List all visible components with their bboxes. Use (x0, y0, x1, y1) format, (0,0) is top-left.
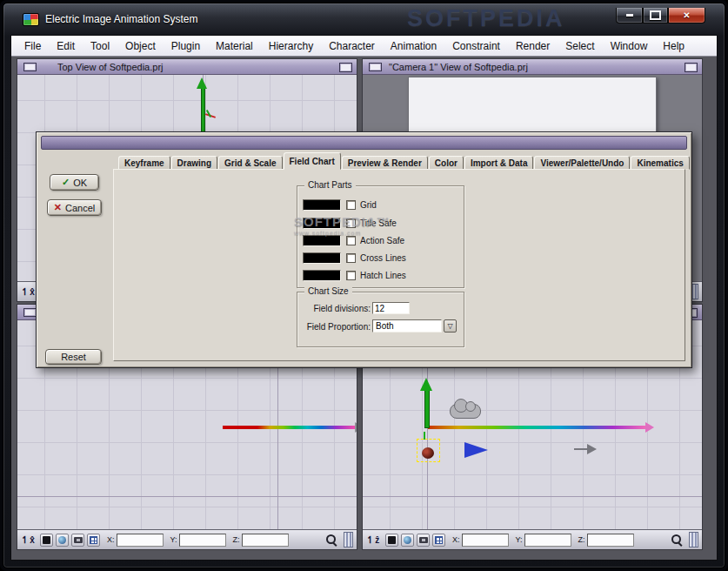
coord-z: Z: (233, 534, 289, 547)
magnifier-icon[interactable] (671, 534, 683, 546)
dialog-titlebar[interactable] (41, 136, 687, 150)
axis-icon: x̂ (21, 533, 37, 547)
viewport-titlebar[interactable]: "Camera 1" View of Softpedia.prj (363, 59, 702, 75)
hatch-lines-checkbox[interactable] (346, 271, 356, 280)
viewport-titlebar[interactable]: Top View of Softpedia.prj (17, 59, 357, 75)
reset-button[interactable]: Reset (45, 349, 102, 365)
ok-label: OK (73, 178, 87, 188)
camera-icon (74, 537, 83, 543)
action-safe-checkbox[interactable] (346, 236, 356, 245)
chart-part-label: Grid (360, 200, 377, 210)
grid-checkbox[interactable] (346, 200, 356, 210)
chart-size-title: Chart Size (304, 286, 352, 296)
tab-preview-render[interactable]: Preview & Render (342, 156, 428, 170)
maximize-button[interactable] (643, 8, 668, 24)
tab-viewer-palette-undo[interactable]: Viewer/Palette/Undo (534, 156, 630, 170)
up-axis-arrowhead (420, 378, 432, 391)
sphere-icon (404, 536, 411, 544)
grid-toggle-button[interactable] (432, 534, 445, 547)
z-input[interactable] (587, 534, 634, 547)
object-blob (422, 447, 434, 459)
grid-toggle-button[interactable] (87, 534, 100, 547)
menu-constraint[interactable]: Constraint (444, 37, 508, 56)
field-proportion-value[interactable]: Both (372, 319, 442, 333)
camera-object[interactable] (450, 404, 481, 419)
menu-object[interactable]: Object (117, 37, 164, 56)
tab-color[interactable]: Color (429, 156, 464, 170)
axis-tripod (204, 110, 216, 120)
zoom-window-icon[interactable] (685, 63, 698, 72)
z-input[interactable] (242, 534, 289, 547)
chart-part-row: Hatch Lines (303, 269, 460, 281)
menu-animation[interactable]: Animation (383, 37, 444, 56)
chart-parts-title: Chart Parts (304, 180, 356, 190)
color-swatch[interactable] (303, 235, 341, 246)
menu-edit[interactable]: Edit (49, 37, 83, 56)
menu-window[interactable]: Window (603, 37, 656, 56)
tab-keyframe[interactable]: Keyframe (118, 156, 170, 170)
y-input[interactable] (524, 534, 571, 547)
cross-lines-checkbox[interactable] (346, 253, 356, 263)
blue-arrow[interactable] (464, 442, 488, 458)
camera-view-button[interactable] (71, 534, 84, 547)
chart-part-label: Cross Lines (360, 253, 406, 263)
axis-icon: ẑ (366, 533, 383, 547)
y-input[interactable] (179, 534, 226, 547)
sphere-view-button[interactable] (401, 534, 414, 547)
window-title: Electric Image Animation System (45, 13, 197, 25)
axis-letter: ẑ (375, 535, 379, 545)
close-button[interactable] (668, 8, 705, 24)
x-input[interactable] (117, 534, 164, 547)
field-divisions-input[interactable] (372, 302, 410, 314)
window-titlebar[interactable]: Electric Image Animation System SOFTPEDI… (10, 3, 718, 35)
menu-help[interactable]: Help (655, 37, 692, 56)
camera-icon (419, 537, 428, 543)
collapse-icon[interactable] (369, 63, 382, 71)
cancel-button[interactable]: Cancel (47, 199, 102, 216)
tab-grid-scale[interactable]: Grid & Scale (218, 156, 282, 170)
x-input[interactable] (462, 534, 509, 547)
menu-material[interactable]: Material (208, 37, 261, 56)
sphere-view-button[interactable] (56, 534, 69, 547)
color-swatch[interactable] (303, 199, 341, 211)
tab-import-data[interactable]: Import & Data (464, 156, 534, 170)
app-icon (23, 13, 39, 26)
camera-view-button[interactable] (417, 534, 430, 547)
chart-part-row: Action Safe (303, 234, 460, 246)
z-label: Z: (233, 535, 240, 544)
selected-object[interactable] (417, 439, 440, 462)
ok-button[interactable]: OK (50, 174, 99, 191)
resize-grip[interactable] (689, 532, 698, 547)
collapse-icon[interactable] (23, 308, 37, 317)
x-label: X: (107, 535, 115, 544)
menu-hierarchy[interactable]: Hierarchy (261, 37, 321, 56)
viewport-title: "Camera 1" View of Softpedia.prj (389, 62, 528, 72)
zoom-window-icon[interactable] (339, 63, 352, 72)
display-mode-button[interactable] (385, 534, 398, 547)
menu-plugin[interactable]: Plugin (164, 37, 208, 56)
dropdown-arrow-button[interactable] (444, 319, 457, 333)
menu-select[interactable]: Select (558, 37, 602, 56)
menu-file[interactable]: File (17, 37, 49, 56)
display-mode-button[interactable] (40, 534, 53, 547)
axis-letter: x̂ (30, 287, 35, 297)
resize-grip[interactable] (344, 532, 353, 547)
color-swatch[interactable] (303, 270, 341, 281)
minimize-button[interactable] (616, 8, 643, 24)
collapse-icon[interactable] (23, 63, 37, 71)
color-swatch[interactable] (303, 218, 341, 229)
menu-render[interactable]: Render (508, 37, 558, 56)
menu-tool[interactable]: Tool (83, 37, 117, 56)
gray-arrow[interactable] (587, 444, 597, 454)
chart-part-label: Action Safe (360, 236, 404, 245)
color-swatch[interactable] (303, 252, 341, 264)
tab-field-chart[interactable]: Field Chart (284, 152, 341, 170)
tab-kinematics[interactable]: Kinematics (631, 156, 689, 170)
chart-part-row: Cross Lines (303, 252, 460, 264)
title-safe-checkbox[interactable] (346, 218, 356, 228)
tab-drawing[interactable]: Drawing (171, 156, 217, 170)
y-label: Y: (170, 535, 177, 544)
magnifier-icon[interactable] (326, 534, 337, 546)
sphere-icon (58, 536, 66, 544)
menu-character[interactable]: Character (321, 37, 383, 56)
